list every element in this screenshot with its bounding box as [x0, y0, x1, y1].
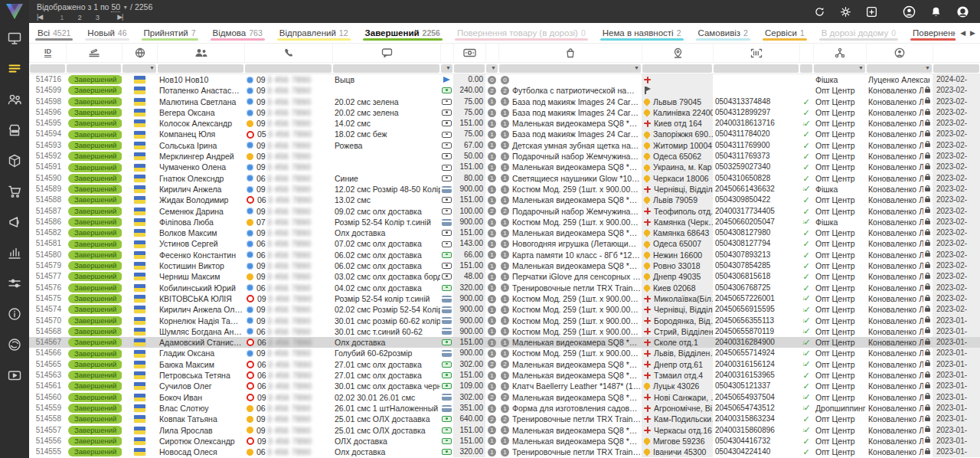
order-row[interactable]: 514561ЗавершенийСучилов Олег063 456 7890… [29, 381, 980, 391]
sidebar-item-info-icon[interactable] [0, 299, 29, 329]
qty-column-header[interactable] [485, 44, 498, 62]
filter-check[interactable] [800, 64, 812, 73]
phone-column-icon[interactable] [244, 44, 332, 62]
status-column-icon[interactable] [66, 44, 122, 62]
sidebar-item-orders-icon[interactable] [0, 54, 29, 84]
tab-всі[interactable]: Всі4521 [29, 23, 79, 43]
sidebar-item-video-icon[interactable] [0, 360, 29, 391]
ttn-column-icon[interactable] [713, 44, 799, 62]
order-row[interactable]: 514592ЗавершенийМерклингер Андрей093 456… [29, 151, 980, 162]
order-row[interactable]: 514581ЗавершенийУстинов Сергей063 456 78… [29, 238, 980, 249]
order-row[interactable]: 514590ЗавершенийГнатюк Олексндр063 456 7… [29, 173, 980, 184]
filter-comment[interactable] [333, 64, 439, 73]
order-row[interactable]: 514555ЗавершенийНовосад Олеся063 456 789… [29, 447, 980, 457]
page-number-2[interactable]: 2 [78, 13, 82, 21]
filter-id[interactable] [30, 64, 65, 73]
manager-column-icon[interactable] [866, 44, 933, 62]
order-row[interactable]: 514598ЗавершенийМалютина Светлана093 456… [29, 97, 980, 107]
filter-amount[interactable] [454, 64, 485, 73]
support-headset-icon[interactable] [956, 5, 969, 18]
money-column-icon[interactable] [453, 44, 485, 62]
pay-column-header[interactable] [440, 44, 453, 62]
first-page-button[interactable]: |◀ [37, 13, 42, 21]
check-column-header[interactable] [799, 44, 813, 62]
order-row[interactable]: 514594ЗавершенийКомпанец Юля053 456 7890… [29, 129, 980, 139]
order-row[interactable]: 514593ЗавершенийСольська Ірина093 456 78… [29, 140, 980, 151]
order-row[interactable]: 514595ЗавершенийКолосок Александр093 456… [29, 118, 980, 129]
tab-завершений[interactable]: Завершений2256 [357, 23, 449, 43]
order-row[interactable]: 514560ЗавершенийБокоч Иван093 456 789002… [29, 392, 980, 403]
filter-product[interactable]: ▼ [499, 64, 641, 73]
order-row[interactable]: 514591ЗавершенийЧумаченко Олена093 456 7… [29, 162, 980, 172]
filter-pay[interactable]: ▼ [441, 64, 452, 73]
page-size-select[interactable]: 50 [111, 2, 120, 12]
order-row[interactable]: 514588ЗавершенийЖидак Володимир063 456 7… [29, 195, 980, 205]
filter-city[interactable] [642, 64, 712, 73]
order-row[interactable]: 514582ЗавершенийВолков Максим093 456 789… [29, 227, 980, 238]
order-row[interactable]: 514570ЗавершенийКорнелюк Надія Та…093 45… [29, 316, 980, 326]
filter-source[interactable]: ▼ [814, 64, 865, 73]
comment-column-icon[interactable] [332, 44, 440, 62]
tab-новый[interactable]: Новый46 [79, 23, 135, 43]
order-row[interactable]: 514587ЗавершенийСеменюк Дарина093 456 78… [29, 206, 980, 217]
last-page-button[interactable]: ▶| [117, 13, 122, 21]
order-row[interactable]: 514568ЗавершенийШумляс Богдана Ан…063 45… [29, 326, 980, 337]
order-row[interactable]: 514556ЗавершенийСиротюк Олександр093 456… [29, 436, 980, 447]
sidebar-item-settings-icon[interactable] [0, 268, 29, 299]
source-column-icon[interactable] [813, 44, 866, 62]
sidebar-item-marketplace-icon[interactable] [0, 115, 29, 146]
order-row[interactable]: 514565ЗавершенийБаюка Максим063 456 7890… [29, 359, 980, 370]
date-column-header[interactable] [933, 44, 980, 62]
order-row[interactable]: 514589ЗавершенийКирилич Анжела093 456 78… [29, 184, 980, 195]
country-column-icon[interactable] [122, 44, 157, 62]
sidebar-item-dashboard-icon[interactable] [0, 23, 29, 54]
tabs-scroll-right-icon[interactable]: ▶ [970, 29, 975, 37]
order-row[interactable]: 514580ЗавершенийФесенко Константин063 45… [29, 250, 980, 260]
order-row[interactable]: 514574ЗавершенийКирилич Анжела Ол…093 45… [29, 304, 980, 315]
order-row[interactable]: 514557ЗавершенийЛила Ярослав093 456 7890… [29, 425, 980, 436]
order-row[interactable]: 514599ЗавершенийПотапенко Анастас…093 45… [29, 85, 980, 96]
order-row[interactable]: 514716ЗавершенийНов10 Нов10093 456 7890В… [29, 74, 980, 85]
tab-відправлений[interactable]: Відправлений12 [271, 23, 357, 43]
filter-name[interactable] [158, 64, 243, 73]
tab-в-дорозі-додому[interactable]: В дорозі додому0 [813, 23, 904, 43]
order-row[interactable]: 514558ЗавершенийКовпак Татьяна093 456 78… [29, 414, 980, 424]
id-column-icon[interactable]: ID [29, 44, 66, 62]
tab-прийнятий[interactable]: Прийнятий7 [136, 23, 204, 43]
delivery-column-icon[interactable] [642, 44, 713, 62]
filter-ttn[interactable] [714, 64, 799, 73]
app-logo[interactable] [0, 0, 29, 23]
page-number-1[interactable]: 1 [60, 13, 64, 21]
sidebar-item-campaigns-icon[interactable] [0, 207, 29, 237]
order-row[interactable]: 514575ЗавершенийКВІТОВСЬКА ЮЛІЯ093 456 7… [29, 293, 980, 304]
sidebar-item-purchases-icon[interactable] [0, 176, 29, 207]
settings-gear-icon[interactable] [840, 6, 851, 18]
notifications-bell-icon[interactable] [930, 6, 942, 18]
sidebar-item-clients-icon[interactable] [0, 84, 29, 115]
profile-avatar-icon[interactable] [903, 5, 916, 18]
product-column-icon[interactable] [498, 44, 642, 62]
order-row[interactable]: 514576ЗавершенийКобилинський Юрий063 456… [29, 283, 980, 293]
order-row[interactable]: 514579ЗавершенийКостишин Виктор093 456 7… [29, 260, 980, 271]
tab-нема-в-наявності[interactable]: Нема в наявності2 [594, 23, 690, 43]
filter-phone[interactable] [245, 64, 332, 73]
page-number-3[interactable]: 3 [96, 13, 100, 21]
order-row[interactable]: 514566ЗавершенийГладик Оксана093 456 789… [29, 348, 980, 358]
order-row[interactable]: 514586ЗавершенийФіліпова Люба073 456 789… [29, 217, 980, 227]
sidebar-item-products-icon[interactable] [0, 146, 29, 176]
tab-самовивіз[interactable]: Самовивіз2 [690, 23, 756, 43]
filter-status[interactable] [67, 64, 121, 73]
order-row[interactable]: 514559ЗавершенийВлас Слотюу063 456 78902… [29, 403, 980, 414]
filter-date[interactable] [933, 64, 979, 73]
sidebar-item-statistics-icon[interactable] [0, 237, 29, 268]
order-row[interactable]: 514596ЗавершенийВегера Оксана093 456 789… [29, 107, 980, 118]
filter-flag[interactable]: ▼ [122, 64, 156, 73]
refresh-icon[interactable] [814, 6, 825, 18]
tab-сервіси[interactable]: Сервіси1 [756, 23, 813, 43]
tab-повернення-товару-в-дорозі-[interactable]: Повернення товару (в дорозі)0 [449, 23, 594, 43]
add-order-icon[interactable] [866, 6, 877, 18]
tab-відмова[interactable]: Відмова763 [204, 23, 271, 43]
tabs-scroll-left-icon[interactable]: ◀ [960, 29, 965, 37]
filter-qty[interactable]: ▼ [486, 64, 498, 73]
filter-manager[interactable]: ▼ [867, 64, 932, 73]
